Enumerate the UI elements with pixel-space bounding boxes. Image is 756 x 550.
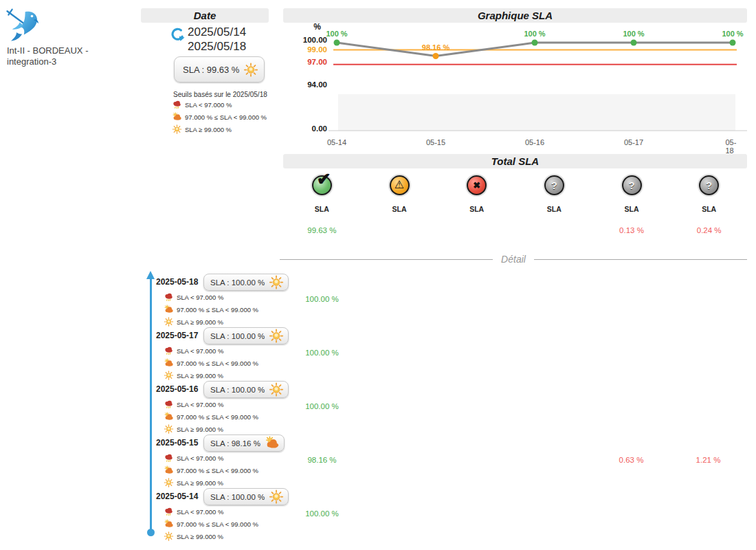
warning-icon: ⚠ (390, 175, 410, 195)
x-tick: 05-15 (426, 138, 445, 146)
total-unavailable-value: 0.24 % (697, 226, 722, 234)
success-icon: ✔ (312, 175, 332, 195)
app-title-line1: Int-II - BORDEAUX - (7, 45, 124, 56)
sun-icon (164, 424, 174, 434)
detail-date: 2025-05-17 (156, 331, 198, 340)
sla-report-page: Int-II - BORDEAUX - integration-3 Date 2… (0, 0, 756, 550)
svg-text:98.16 %: 98.16 % (422, 43, 450, 52)
detail-sla-badge: SLA : 100.00 % (203, 381, 289, 398)
sun-cloud-icon (172, 112, 182, 122)
sun-icon (269, 329, 284, 343)
seuils-note: Seuils basés sur le 2025/05/18 (173, 91, 267, 98)
threshold-mid: 97.000 % ≤ SLA < 99.000 % (172, 112, 267, 122)
chart-x-ticks: 05-1405-1505-1605-1705-18 (283, 138, 747, 148)
sun-icon (269, 490, 284, 504)
x-tick: 05-16 (525, 138, 544, 146)
detail-sla-badge: SLA : 98.16 % (203, 434, 285, 452)
total-degraded-value: 0.13 % (619, 226, 644, 234)
sun-cloud-icon (164, 519, 174, 529)
threshold-legend: SLA < 97.000 % 97.000 % ≤ SLA < 99.000 %… (164, 399, 258, 437)
total-column-ok: ✔ SLA 99.63 % (283, 175, 361, 234)
question-icon: ? (544, 175, 564, 195)
sun-cloud-icon (164, 305, 174, 314)
total-column-warning: ⚠ SLA (361, 175, 438, 234)
detail-row: 2025-05-18 SLA : 100.00 % SLA < 97.000 %… (0, 274, 756, 327)
storm-icon (164, 399, 174, 409)
threshold-legend: SLA < 97.000 % 97.000 % ≤ SLA < 99.000 %… (164, 292, 258, 329)
x-tick: 05-14 (327, 138, 346, 146)
x-tick: 05-17 (624, 138, 643, 146)
storm-icon (164, 292, 174, 302)
detail-row: 2025-05-14 SLA : 100.00 % SLA < 97.000 %… (0, 488, 756, 542)
sun-icon (243, 63, 258, 77)
sun-icon (164, 531, 174, 541)
sun-cloud-icon (164, 465, 174, 475)
storm-icon (172, 100, 182, 109)
sun-cloud-icon (164, 358, 174, 368)
total-column-error: ✖ SLA (438, 175, 515, 234)
chart-header: Graphique SLA (283, 8, 747, 23)
sun-icon (164, 478, 174, 487)
total-column-unknown-3: ? SLA 0.24 % (670, 175, 748, 234)
detail-sla-value: 100.00 % (283, 295, 361, 303)
threshold-legend: SLA < 97.000 % 97.000 % ≤ SLA < 99.000 %… (172, 100, 267, 137)
date-range[interactable]: 2025/05/14 2025/05/18 (188, 25, 246, 54)
threshold-legend: SLA < 97.000 % 97.000 % ≤ SLA < 99.000 %… (164, 453, 258, 490)
threshold-low: SLA < 97.000 % (172, 100, 267, 109)
sla-summary-badge: SLA : 99.63 % (174, 56, 265, 82)
detail-sla-value: 100.00 % (283, 402, 361, 410)
svg-text:100 %: 100 % (524, 30, 545, 38)
detail-sla-badge: SLA : 100.00 % (203, 488, 289, 505)
total-column-unknown-1: ? SLA (515, 175, 593, 234)
detail-date: 2025-05-14 (156, 492, 198, 501)
sun-icon (269, 275, 284, 289)
detail-date: 2025-05-18 (156, 277, 198, 287)
divider-line (280, 259, 493, 260)
total-sla-value: 99.63 % (307, 226, 336, 234)
storm-icon (164, 346, 174, 355)
sun-icon (164, 317, 174, 327)
divider-line (534, 259, 747, 260)
refresh-icon[interactable] (170, 27, 185, 47)
date-from[interactable]: 2025/05/14 (188, 25, 246, 39)
question-icon: ? (699, 175, 719, 195)
detail-row: 2025-05-16 SLA : 100.00 % SLA < 97.000 %… (0, 381, 756, 434)
detail-row: 2025-05-17 SLA : 100.00 % SLA < 97.000 %… (0, 327, 756, 381)
detail-sla-value: 100.00 % (283, 349, 361, 357)
date-to[interactable]: 2025/05/18 (188, 39, 246, 54)
detail-sla-badge: SLA : 100.00 % (203, 274, 289, 291)
sun-cloud-icon (164, 412, 174, 421)
sun-cloud-icon (265, 436, 280, 450)
sun-icon (269, 382, 284, 397)
detail-col6-value: 1.21 % (669, 456, 747, 464)
total-column-unknown-2: ? SLA 0.13 % (593, 175, 671, 234)
detail-sla-value: 98.16 % (283, 456, 361, 464)
storm-icon (164, 453, 174, 463)
detail-date: 2025-05-15 (156, 438, 198, 448)
detail-date: 2025-05-16 (156, 384, 198, 394)
app-title-line2: integration-3 (7, 56, 124, 67)
threshold-legend: SLA < 97.000 % 97.000 % ≤ SLA < 99.000 %… (164, 507, 258, 544)
storm-icon (164, 507, 174, 516)
threshold-high: SLA ≥ 99.000 % (172, 124, 267, 134)
question-icon: ? (622, 175, 642, 195)
dolphin-logo-icon (4, 7, 41, 47)
svg-text:100 %: 100 % (623, 30, 644, 38)
svg-text:100 %: 100 % (722, 30, 743, 38)
sun-icon (164, 371, 174, 380)
threshold-legend: SLA < 97.000 % 97.000 % ≤ SLA < 99.000 %… (164, 346, 258, 383)
total-sla-columns: ✔ SLA 99.63 % ⚠ SLA ✖ SLA ? SLA ? SLA 0.… (283, 175, 748, 234)
sla-summary-value: SLA : 99.63 % (183, 65, 239, 75)
svg-text:100 %: 100 % (326, 30, 347, 38)
sun-icon (172, 124, 182, 134)
x-tick: 05-18 (726, 138, 740, 155)
total-sla-header: Total SLA (283, 154, 747, 168)
detail-section-header: Détail (280, 254, 747, 265)
detail-sla-value: 100.00 % (283, 509, 361, 518)
detail-col5-value: 0.63 % (592, 456, 670, 464)
app-title: Int-II - BORDEAUX - integration-3 (7, 45, 124, 67)
detail-row: 2025-05-15 SLA : 98.16 % SLA < 97.000 % … (0, 434, 756, 488)
date-panel-header: Date (141, 8, 269, 23)
detail-sla-badge: SLA : 100.00 % (203, 327, 289, 344)
detail-title: Détail (501, 254, 526, 265)
